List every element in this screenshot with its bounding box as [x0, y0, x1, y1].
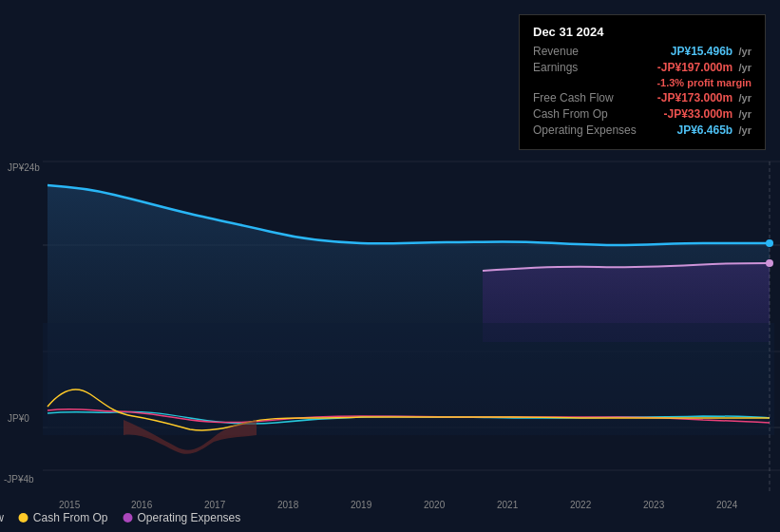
legend-fcf: Free Cash Flow	[0, 511, 4, 524]
fcf-value: -JP¥173.000m /yr	[657, 91, 751, 104]
legend-label-fcf: Free Cash Flow	[0, 511, 4, 524]
earnings-value: -JP¥197.000m /yr	[657, 61, 751, 74]
tooltip-date: Dec 31 2024	[533, 25, 751, 39]
earnings-label: Earnings	[533, 61, 578, 74]
legend-label-cashop: Cash From Op	[33, 511, 108, 524]
legend-cashop: Cash From Op	[19, 511, 108, 524]
fcf-label: Free Cash Flow	[533, 91, 614, 104]
svg-text:2020: 2020	[424, 500, 446, 510]
legend-opex: Operating Expenses	[124, 511, 241, 524]
revenue-label: Revenue	[533, 45, 579, 58]
revenue-value: JP¥15.496b /yr	[671, 45, 751, 58]
svg-text:2021: 2021	[497, 500, 519, 510]
tooltip-card: Dec 31 2024 Revenue JP¥15.496b /yr Earni…	[519, 14, 766, 150]
chart-container: Dec 31 2024 Revenue JP¥15.496b /yr Earni…	[0, 0, 780, 532]
svg-text:JP¥0: JP¥0	[8, 413, 29, 424]
svg-text:2022: 2022	[570, 500, 592, 510]
svg-text:2019: 2019	[351, 500, 372, 510]
legend-dot-opex	[124, 513, 133, 522]
margin-value: -1.3% profit margin	[656, 77, 751, 88]
tooltip-row-fcf: Free Cash Flow -JP¥173.000m /yr	[533, 91, 751, 104]
svg-text:2024: 2024	[716, 500, 738, 510]
legend-dot-cashop	[19, 513, 29, 522]
svg-text:2016: 2016	[131, 500, 153, 510]
svg-text:2015: 2015	[59, 500, 81, 510]
tooltip-row-margin: -1.3% profit margin	[533, 77, 751, 88]
svg-text:2023: 2023	[643, 500, 665, 510]
chart-legend: Revenue Earnings Free Cash Flow Cash Fro…	[0, 511, 390, 524]
cashop-value: -JP¥33.000m /yr	[663, 107, 751, 121]
svg-text:-JP¥4b: -JP¥4b	[4, 474, 34, 484]
cashop-label: Cash From Op	[533, 107, 608, 121]
opex-value: JP¥6.465b /yr	[676, 124, 751, 137]
svg-point-22	[766, 259, 773, 267]
svg-text:2017: 2017	[204, 500, 226, 510]
svg-text:2018: 2018	[277, 500, 299, 510]
svg-text:JP¥24b: JP¥24b	[8, 162, 40, 173]
main-chart: JP¥0 JP¥24b -JP¥4b 2015 2016 2017 2018 2…	[0, 133, 780, 513]
legend-label-opex: Operating Expenses	[138, 511, 241, 524]
tooltip-row-revenue: Revenue JP¥15.496b /yr	[533, 45, 751, 58]
tooltip-row-earnings: Earnings -JP¥197.000m /yr	[533, 61, 751, 74]
opex-label: Operating Expenses	[533, 124, 637, 137]
svg-point-21	[766, 239, 773, 247]
tooltip-row-opex: Operating Expenses JP¥6.465b /yr	[533, 124, 751, 137]
tooltip-row-cashop: Cash From Op -JP¥33.000m /yr	[533, 107, 751, 121]
